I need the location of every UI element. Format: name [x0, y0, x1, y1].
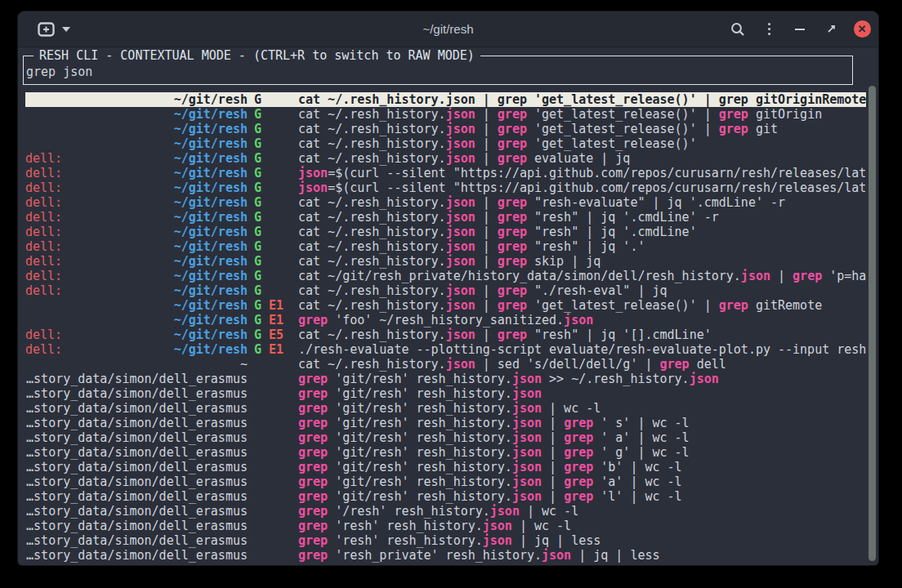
history-row[interactable]: ~/git/reshGcat ~/.resh_history.json | gr…	[25, 136, 866, 151]
search-query-input[interactable]: grep json	[26, 65, 92, 79]
command-segment: 'b' | wc -l	[593, 460, 681, 474]
new-tab-button[interactable]	[33, 19, 75, 40]
command-segment: cat ~/git/resh_private/history_data/simo…	[298, 269, 741, 283]
path-label: ~/git/resh	[174, 225, 248, 239]
history-row[interactable]: …story_data/simon/dell_erasmusgrep 'git/…	[25, 474, 866, 489]
command-segment: json	[298, 180, 328, 195]
command-segment: ' g' | wc -l	[593, 445, 689, 460]
command-segment: grep	[298, 445, 328, 460]
history-row[interactable]: …story_data/simon/dell_erasmusgrep 'resh…	[25, 519, 866, 533]
command-text: grep 'foo' ~/resh_history_sanitized.json	[298, 313, 866, 327]
history-row[interactable]: …story_data/simon/dell_erasmusgrep '/res…	[25, 504, 866, 519]
history-row[interactable]: …story_data/simon/dell_erasmusgrep 'git/…	[25, 445, 866, 460]
host-path-cell: …story_data/simon/dell_erasmus	[25, 416, 248, 430]
history-row[interactable]: …story_data/simon/dell_erasmusgrep 'resh…	[25, 533, 866, 548]
command-segment: cat ~/.resh_history.	[298, 210, 446, 225]
host-path-cell: dell:~/git/resh	[25, 283, 248, 298]
history-row[interactable]: …story_data/simon/dell_erasmusgrep 'git/…	[25, 460, 866, 474]
titlebar-left	[18, 19, 75, 40]
command-text: json=$(curl --silent "https://api.github…	[298, 180, 866, 195]
titlebar[interactable]: ~/git/resh	[18, 11, 878, 47]
command-text: grep 'git/resh' resh_history.json | grep…	[298, 460, 866, 474]
command-segment: json	[512, 430, 542, 445]
history-row[interactable]: dell:~/git/reshGcat ~/git/resh_private/h…	[25, 269, 866, 283]
history-row[interactable]: dell:~/git/reshGcat ~/.resh_history.json…	[25, 283, 866, 298]
flag-e5: E5	[269, 327, 284, 342]
history-row[interactable]: ~/git/reshGcat ~/.resh_history.json | gr…	[25, 92, 866, 107]
history-row[interactable]: ~/git/reshGE1grep 'foo' ~/resh_history_s…	[25, 313, 866, 327]
path-label: ~/git/resh	[174, 92, 248, 107]
path-label: ~/git/resh	[174, 107, 248, 122]
restore-button[interactable]	[821, 20, 841, 39]
command-segment: grep	[298, 401, 328, 416]
host-path-cell: dell:~/git/resh	[25, 254, 248, 269]
scrollbar-thumb[interactable]	[869, 86, 876, 561]
command-segment: json	[446, 298, 476, 313]
flags: G	[254, 254, 298, 269]
command-text: cat ~/.resh_history.json | grep "./resh-…	[298, 283, 866, 298]
history-row[interactable]: ~/git/reshGcat ~/.resh_history.json | gr…	[25, 107, 866, 122]
command-text: cat ~/git/resh_private/history_data/simo…	[298, 269, 866, 283]
command-segment: 'git/resh' resh_history.	[328, 460, 512, 474]
flags	[254, 386, 298, 401]
history-row[interactable]: dell:~/git/reshGcat ~/.resh_history.json…	[25, 254, 866, 269]
command-segment: |	[542, 430, 564, 445]
command-segment: grep	[660, 357, 690, 372]
minimize-button[interactable]	[790, 20, 810, 39]
history-row[interactable]: dell:~/git/reshGE5cat ~/.resh_history.js…	[25, 327, 866, 342]
history-row[interactable]: ~cat ~/.resh_history.json | sed 's/dell/…	[25, 357, 866, 372]
flags	[254, 445, 298, 460]
command-segment: grep	[298, 386, 328, 401]
history-row[interactable]: …story_data/simon/dell_erasmusgrep 'resh…	[25, 548, 866, 563]
flags	[254, 533, 298, 548]
command-segment: |	[476, 195, 498, 210]
path-label: …story_data/simon/dell_erasmus	[26, 386, 248, 401]
host-label: dell:	[25, 269, 62, 283]
history-row[interactable]: …story_data/simon/dell_erasmusgrep 'git/…	[25, 372, 866, 386]
command-segment: grep	[719, 92, 748, 107]
history-row[interactable]: …story_data/simon/dell_erasmusgrep 'git/…	[25, 401, 866, 416]
command-segment: json	[446, 136, 476, 151]
history-row[interactable]: dell:~/git/reshGE1./resh-evaluate --plot…	[25, 342, 866, 357]
search-button[interactable]	[728, 20, 748, 39]
command-segment: json	[446, 254, 476, 269]
command-segment: >> ~/.resh_history.	[542, 372, 690, 386]
command-segment: 'get_latest_release()'	[527, 136, 697, 151]
command-segment: json	[512, 386, 542, 401]
command-text: grep 'resh' resh_history.json | jq | les…	[298, 533, 866, 548]
history-row[interactable]: …story_data/simon/dell_erasmusgrep 'git/…	[25, 430, 866, 445]
command-text: grep 'git/resh' resh_history.json | wc -…	[298, 401, 866, 416]
host-label: dell:	[25, 195, 62, 210]
command-segment: grep	[298, 519, 328, 533]
history-row[interactable]: …story_data/simon/dell_erasmusgrep 'git/…	[25, 489, 866, 504]
command-segment: 'get_latest_release()' |	[527, 298, 719, 313]
close-button[interactable]: ✕	[852, 20, 872, 39]
path-label: ~/git/resh	[174, 195, 248, 210]
command-segment: grep	[298, 372, 328, 386]
history-row[interactable]: dell:~/git/reshGcat ~/.resh_history.json…	[25, 151, 866, 166]
history-row[interactable]: dell:~/git/reshGcat ~/.resh_history.json…	[25, 195, 866, 210]
command-segment: json	[446, 122, 476, 136]
history-row[interactable]: ~/git/reshGcat ~/.resh_history.json | gr…	[25, 122, 866, 136]
command-text: cat ~/.resh_history.json | grep "resh" |…	[298, 239, 866, 254]
history-row[interactable]: dell:~/git/reshGcat ~/.resh_history.json…	[25, 210, 866, 225]
command-segment: cat ~/.resh_history.	[298, 327, 446, 342]
history-row[interactable]: dell:~/git/reshGjson=$(curl --silent "ht…	[25, 180, 866, 195]
command-segment: "resh" | jq '.cmdLine' -r	[527, 210, 719, 225]
history-row[interactable]: dell:~/git/reshGjson=$(curl --silent "ht…	[25, 166, 866, 180]
history-row[interactable]: …story_data/simon/dell_erasmusgrep 'git/…	[25, 386, 866, 401]
history-row[interactable]: dell:~/git/reshGcat ~/.resh_history.json…	[25, 225, 866, 239]
menu-button[interactable]	[759, 20, 779, 39]
host-path-cell: dell:~/git/resh	[25, 327, 248, 342]
history-row[interactable]: dell:~/git/reshGcat ~/.resh_history.json…	[25, 239, 866, 254]
flags: G	[254, 225, 298, 239]
history-row[interactable]: …story_data/simon/dell_erasmusgrep 'git/…	[25, 416, 866, 430]
path-label: ~/git/resh	[174, 254, 248, 269]
command-segment: cat ~/.resh_history.	[298, 136, 446, 151]
command-text: grep 'git/resh' resh_history.json >> ~/.…	[298, 372, 866, 386]
command-segment: json	[446, 195, 476, 210]
path-label: ~	[240, 357, 248, 372]
command-segment: grep	[298, 313, 328, 327]
command-text: json=$(curl --silent "https://api.github…	[298, 166, 866, 180]
history-row[interactable]: ~/git/reshGE1cat ~/.resh_history.json | …	[25, 298, 866, 313]
